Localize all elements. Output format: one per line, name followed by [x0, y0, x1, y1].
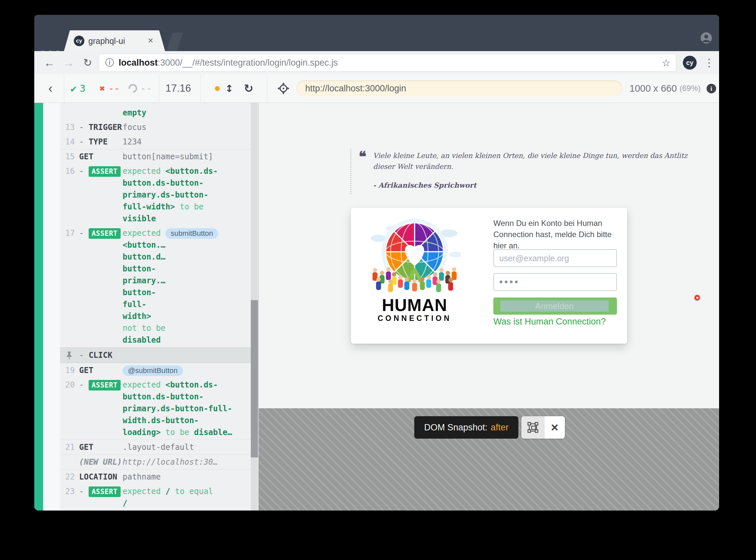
log-command-value: @submitButton	[123, 364, 251, 376]
browser-tab[interactable]: cy graphql-ui ×	[64, 31, 165, 51]
log-value-text: visible	[123, 214, 156, 223]
pin-icon	[65, 351, 73, 360]
check-icon: ✔	[70, 83, 77, 94]
quote-text: Viele kleine Leute, an vielen kleinen Or…	[373, 151, 634, 172]
log-value-text: focus	[123, 123, 146, 132]
log-command-value: button[name=submit]	[123, 151, 251, 163]
log-command-name: - TRIGGER	[79, 121, 123, 133]
cross-icon: ✖	[100, 83, 105, 94]
log-row[interactable]: 19GET@submitButton	[60, 363, 251, 378]
log-value-text: button[name=submit]	[123, 152, 213, 161]
log-value-text: to be	[175, 202, 204, 212]
log-row[interactable]: 21GET.layout-default	[60, 440, 251, 455]
alias-pill: submitButton	[165, 228, 218, 239]
logo-title: HUMAN	[367, 296, 462, 314]
log-value-text: 1234	[123, 137, 142, 146]
log-value-text: expected	[123, 228, 165, 238]
log-line-number: 23	[65, 485, 79, 509]
assert-badge: ASSERT	[89, 228, 121, 239]
log-line-number	[65, 456, 79, 468]
log-value-text: to be	[161, 428, 194, 437]
log-command-value	[123, 349, 251, 361]
logo-subtitle: CONNECTION	[367, 314, 462, 323]
what-is-link[interactable]: Was ist Human Connection?	[493, 317, 606, 327]
url-path: :3000/__/#/tests/integration/login/login…	[158, 58, 338, 67]
reporter-scrollbar-thumb[interactable]	[251, 300, 258, 457]
log-command-value: expected <button.ds-button.ds-button-pri…	[123, 379, 251, 438]
log-line-number: 13	[65, 121, 79, 133]
person-icon	[701, 32, 712, 43]
log-row[interactable]: 23- ASSERTexpected / to equal/	[60, 484, 251, 511]
log-command-value: pathname	[123, 471, 251, 483]
login-card: HUMAN CONNECTION Wenn Du ein Konto bei H…	[351, 208, 627, 344]
viewport-size: 1000 x 660	[629, 74, 677, 103]
dom-snapshot-state: after	[491, 422, 508, 433]
cypress-favicon-icon: cy	[74, 36, 84, 46]
selector-playground-icon[interactable]	[277, 74, 290, 103]
intro-line-1: Wenn Du ein Konto bei Human	[493, 219, 602, 227]
log-line-number: 20	[65, 379, 79, 438]
failed-count: --	[108, 83, 120, 94]
log-row[interactable]: 16- ASSERTexpected <button.ds-button.ds-…	[60, 164, 251, 226]
log-row[interactable]: 17- ASSERTexpected submitButton <button.…	[60, 226, 251, 347]
log-row[interactable]: (NEW URL)http://localhost:30…	[60, 455, 251, 469]
aut-url-field[interactable]: http://localhost:3000/login	[297, 80, 622, 96]
log-value-text: <button.ds-	[165, 166, 218, 176]
log-row[interactable]: - CLICK	[60, 347, 251, 363]
quote-line-2: dieser Welt verändern.	[373, 163, 453, 171]
log-line-number: 21	[65, 441, 79, 453]
main-area: empty13- TRIGGERfocus14- TYPE123415GETbu…	[34, 103, 719, 511]
browser-profile-avatar[interactable]	[701, 32, 712, 43]
log-value-text: disabled	[123, 335, 161, 345]
stat-failed: ✖ --	[100, 74, 120, 103]
submit-button-label: Anmelden	[535, 301, 574, 311]
log-line-number: 22	[65, 471, 79, 483]
log-command-value: empty	[123, 107, 251, 119]
log-value-text: expected	[123, 166, 165, 176]
viewport-scale: (69%)	[679, 74, 701, 103]
assert-badge: ASSERT	[89, 166, 121, 177]
log-command-name: GET	[79, 364, 123, 376]
cypress-extension-icon[interactable]: cy	[683, 56, 697, 69]
log-value-text: button.d…	[123, 252, 165, 262]
viewport-info-icon[interactable]: i	[707, 84, 716, 93]
intro-line-3: hier an.	[493, 241, 520, 250]
log-value-text: /	[165, 487, 170, 496]
snapshot-highlight-toggle-button[interactable]	[521, 416, 544, 439]
restart-tests-icon[interactable]: ↻	[244, 74, 253, 103]
log-row[interactable]: 13- TRIGGERfocus	[60, 120, 251, 135]
close-icon: ✕	[550, 422, 559, 433]
log-command-value: focus	[123, 121, 251, 133]
log-value-text: primary.…	[123, 276, 165, 285]
snapshot-close-button[interactable]: ✕	[544, 416, 565, 439]
login-form: Wenn Du ein Konto bei Human Connection h…	[493, 208, 617, 344]
address-bar[interactable]: ⓘ localhost:3000/__/#/tests/integration/…	[99, 54, 676, 72]
browser-menu-icon[interactable]: ⋮	[702, 51, 716, 74]
reporter-scrollbar[interactable]	[251, 103, 258, 511]
password-field[interactable]	[493, 273, 617, 291]
quote-line-1: Viele kleine Leute, an vielen kleinen Or…	[373, 152, 688, 160]
bookmark-star-icon[interactable]: ☆	[662, 57, 671, 68]
forward-icon[interactable]: →	[61, 51, 76, 74]
email-field[interactable]	[493, 249, 617, 267]
reload-icon[interactable]: ↻	[80, 51, 95, 74]
log-row[interactable]: empty	[60, 103, 251, 120]
auto-scroll-control[interactable]: ↕	[215, 74, 233, 103]
log-line-number: 15	[65, 151, 79, 163]
back-icon[interactable]: ←	[42, 51, 57, 74]
log-row[interactable]: 20- ASSERTexpected <button.ds-button.ds-…	[60, 378, 251, 440]
page-info-icon[interactable]: ⓘ	[105, 57, 114, 68]
log-row[interactable]: 15GETbutton[name=submit]	[60, 149, 251, 164]
log-row[interactable]: 22LOCATIONpathname	[60, 469, 251, 484]
submit-button[interactable]: Anmelden	[493, 298, 617, 315]
tab-close-icon[interactable]: ×	[148, 36, 153, 45]
collapse-reporter-icon[interactable]: ‹	[43, 74, 57, 103]
log-value-text: primary.ds-button-	[123, 190, 208, 200]
alias-pill: @submitButton	[123, 365, 183, 376]
log-value-text: button-	[123, 264, 156, 274]
log-value-text: pathname	[123, 472, 161, 481]
log-value-text: width>	[123, 312, 151, 321]
log-line-number: 14	[65, 136, 79, 148]
new-tab-button[interactable]	[166, 33, 183, 51]
log-row[interactable]: 14- TYPE1234	[60, 135, 251, 149]
